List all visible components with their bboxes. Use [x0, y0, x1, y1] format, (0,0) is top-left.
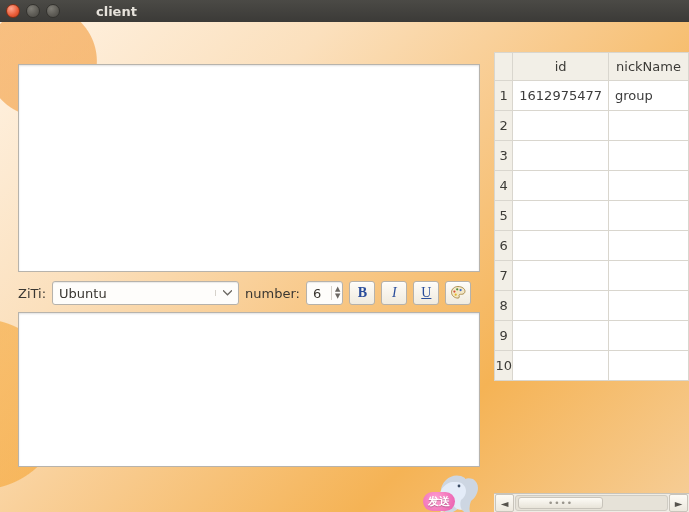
row-number: 1 — [495, 81, 513, 111]
font-family-value: Ubuntu — [59, 286, 215, 301]
cell-id[interactable] — [513, 231, 609, 261]
table-row[interactable]: 10 — [495, 351, 689, 381]
cell-nick[interactable]: group — [609, 81, 689, 111]
cell-id[interactable] — [513, 321, 609, 351]
chat-history-textarea[interactable] — [18, 64, 480, 272]
table-col-nickname[interactable]: nickName — [609, 53, 689, 81]
window-title: client — [96, 4, 137, 19]
svg-point-3 — [455, 294, 457, 296]
window-titlebar: client — [0, 0, 689, 22]
cell-nick[interactable] — [609, 141, 689, 171]
palette-icon — [450, 285, 466, 301]
cell-nick[interactable] — [609, 291, 689, 321]
row-number: 5 — [495, 201, 513, 231]
table-row[interactable]: 4 — [495, 171, 689, 201]
svg-point-4 — [458, 485, 461, 488]
cell-nick[interactable] — [609, 261, 689, 291]
table-row[interactable]: 5 — [495, 201, 689, 231]
cell-nick[interactable] — [609, 111, 689, 141]
cell-nick[interactable] — [609, 201, 689, 231]
row-number: 9 — [495, 321, 513, 351]
underline-button[interactable]: U — [413, 281, 439, 305]
scroll-left-icon[interactable]: ◄ — [495, 494, 514, 512]
chevron-down-icon — [215, 290, 234, 296]
send-button-label: 发送 — [423, 492, 455, 511]
color-picker-button[interactable] — [445, 281, 471, 305]
spin-arrows-icon: ▲▼ — [331, 286, 340, 300]
row-number: 4 — [495, 171, 513, 201]
table-row[interactable]: 1 1612975477 group — [495, 81, 689, 111]
users-table[interactable]: id nickName 1 1612975477 group 2 3 — [494, 52, 689, 381]
table-row[interactable]: 6 — [495, 231, 689, 261]
scroll-track[interactable]: •••• — [515, 495, 668, 511]
table-row[interactable]: 8 — [495, 291, 689, 321]
format-toolbar: ZiTi: Ubuntu number: 6 ▲▼ B I U — [18, 280, 478, 306]
scroll-thumb[interactable]: •••• — [518, 497, 603, 509]
scroll-right-icon[interactable]: ► — [669, 494, 688, 512]
table-row[interactable]: 2 — [495, 111, 689, 141]
font-label: ZiTi: — [18, 286, 46, 301]
cell-nick[interactable] — [609, 171, 689, 201]
cell-id[interactable] — [513, 201, 609, 231]
users-table-container: id nickName 1 1612975477 group 2 3 — [494, 52, 689, 512]
svg-point-2 — [460, 289, 462, 291]
font-size-spinbox[interactable]: 6 ▲▼ — [306, 281, 343, 305]
cell-id[interactable] — [513, 351, 609, 381]
cell-id[interactable] — [513, 291, 609, 321]
font-size-label: number: — [245, 286, 300, 301]
cell-nick[interactable] — [609, 321, 689, 351]
table-row[interactable]: 3 — [495, 141, 689, 171]
chat-input-textarea[interactable] — [18, 312, 480, 467]
cell-nick[interactable] — [609, 231, 689, 261]
client-area: ZiTi: Ubuntu number: 6 ▲▼ B I U — [0, 22, 689, 512]
close-icon[interactable] — [6, 4, 20, 18]
row-number: 3 — [495, 141, 513, 171]
row-number: 10 — [495, 351, 513, 381]
row-number: 8 — [495, 291, 513, 321]
font-size-value: 6 — [313, 286, 331, 301]
cell-id[interactable] — [513, 141, 609, 171]
cell-id[interactable]: 1612975477 — [513, 81, 609, 111]
table-row[interactable]: 9 — [495, 321, 689, 351]
cell-id[interactable] — [513, 261, 609, 291]
table-col-rownum — [495, 53, 513, 81]
row-number: 6 — [495, 231, 513, 261]
table-horizontal-scrollbar[interactable]: ◄ •••• ► — [494, 493, 689, 512]
bold-button[interactable]: B — [349, 281, 375, 305]
row-number: 2 — [495, 111, 513, 141]
cell-id[interactable] — [513, 111, 609, 141]
minimize-icon[interactable] — [26, 4, 40, 18]
row-number: 7 — [495, 261, 513, 291]
svg-point-0 — [454, 291, 456, 293]
font-family-combobox[interactable]: Ubuntu — [52, 281, 239, 305]
table-col-id[interactable]: id — [513, 53, 609, 81]
maximize-icon[interactable] — [46, 4, 60, 18]
svg-point-1 — [456, 288, 458, 290]
italic-button[interactable]: I — [381, 281, 407, 305]
table-row[interactable]: 7 — [495, 261, 689, 291]
cell-nick[interactable] — [609, 351, 689, 381]
cell-id[interactable] — [513, 171, 609, 201]
send-button[interactable]: 发送 — [419, 472, 481, 512]
